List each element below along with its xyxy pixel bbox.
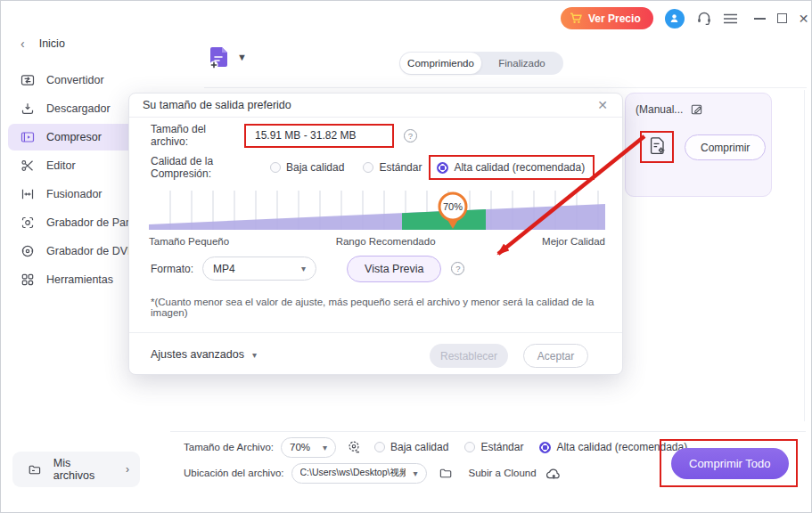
radio-alta-calidad[interactable]: Alta calidad (recomendada)	[437, 161, 585, 174]
compressor-video-icon	[21, 130, 35, 144]
slider-left-label: Tamaño Pequeño	[149, 236, 229, 247]
sidebar-item-label: Herramientas	[46, 273, 113, 286]
quality-slider: 70% Tamaño Pequeño Rango Recomendado Mej…	[149, 189, 605, 247]
slider-center-label: Rango Recomendado	[336, 236, 436, 247]
compress-file-button[interactable]: Comprimir	[685, 134, 766, 160]
download-icon	[21, 102, 35, 116]
slider-right-label: Mejor Calidad	[542, 236, 605, 247]
bottom-bar-divider	[170, 431, 806, 432]
support-headset-icon[interactable]	[696, 11, 712, 26]
preview-label: Vista Previa	[365, 263, 423, 275]
format-label: Formato:	[151, 263, 193, 275]
bottom-radio-estandar[interactable]: Estándar	[464, 441, 523, 453]
minimize-button[interactable]	[754, 18, 766, 20]
my-files-label: Mis archivos	[53, 457, 114, 482]
preview-button[interactable]: Vista Previa	[347, 256, 441, 282]
radio-estandar[interactable]: Estándar	[363, 161, 422, 174]
status-tabs: Comprimiendo Finalizado	[399, 52, 563, 75]
dialog-note: *(Cuanto menor sea el valor de ajuste, m…	[151, 297, 622, 318]
my-files-button[interactable]: Mis archivos ›	[12, 452, 140, 487]
upload-cloud-label[interactable]: Subir a Clound	[469, 468, 537, 478]
tools-grid-icon	[21, 273, 35, 287]
slider-labels: Tamaño Pequeño Rango Recomendado Mejor C…	[149, 236, 605, 247]
sidebar-item-label: Grabador de Pan...	[46, 216, 141, 229]
ver-precio-button[interactable]: Ver Precio	[561, 7, 653, 29]
help-icon[interactable]: ?	[451, 262, 464, 275]
dvd-disc-icon	[21, 244, 35, 258]
radio-icon	[270, 162, 281, 173]
user-avatar[interactable]	[665, 9, 685, 28]
maximize-button[interactable]	[777, 13, 787, 23]
advanced-label: Ajustes avanzados	[151, 348, 244, 361]
open-folder-icon[interactable]	[439, 467, 453, 480]
cart-icon	[570, 12, 582, 24]
format-value: MP4	[213, 263, 235, 275]
radio-label: Estándar	[379, 161, 422, 174]
tab-finalizado[interactable]: Finalizado	[481, 53, 562, 74]
add-file-button[interactable]: ▼	[207, 45, 247, 69]
reset-button[interactable]: Restablecer	[430, 344, 508, 368]
compress-all-label: Comprimir Todo	[689, 457, 771, 470]
merge-icon	[21, 187, 35, 201]
radio-baja-calidad[interactable]: Baja calidad	[270, 161, 344, 174]
dialog-close-icon[interactable]: ✕	[597, 98, 608, 112]
ver-precio-label: Ver Precio	[588, 12, 641, 25]
bottom-radio-alta-calidad[interactable]: Alta calidad (recomendada)	[539, 441, 687, 453]
sidebar-item-label: Compresor	[46, 131, 102, 143]
tab-comprimiendo[interactable]: Comprimiendo	[400, 53, 481, 74]
home-label: Inicio	[39, 37, 65, 50]
chevron-down-icon: ▾	[252, 350, 257, 360]
file-size-label: Tamaño del archivo:	[151, 123, 236, 148]
radio-icon	[374, 442, 385, 452]
folder-icon	[28, 463, 42, 476]
titlebar-cluster: Ver Precio ✕	[561, 7, 808, 29]
screen-record-icon	[21, 216, 35, 230]
cloud-upload-icon[interactable]	[545, 467, 562, 480]
toolbar-divider	[204, 87, 807, 88]
chevron-down-icon: ▾	[323, 443, 327, 452]
apply-to-all-gear-icon[interactable]	[347, 440, 362, 455]
size-value: 70%	[290, 442, 310, 452]
radio-icon	[464, 442, 475, 452]
radio-label: Estándar	[480, 441, 523, 453]
chevron-down-icon: ▾	[413, 468, 417, 478]
scrollbar-track[interactable]	[804, 90, 805, 421]
chevron-left-icon: ‹	[21, 37, 25, 51]
sidebar-back-home[interactable]: ‹ Inicio	[21, 37, 65, 51]
radio-selected-icon	[539, 442, 551, 453]
compress-all-button[interactable]: Comprimir Todo	[671, 448, 789, 479]
help-icon[interactable]: ?	[404, 129, 417, 142]
chevron-down-icon: ▼	[237, 52, 247, 62]
sidebar-item-label: Descargador	[46, 102, 111, 115]
bottom-radio-baja-calidad[interactable]: Baja calidad	[374, 441, 448, 453]
menu-hamburger-icon[interactable]	[724, 13, 737, 24]
slider-graphic[interactable]: 70%	[149, 189, 605, 232]
rename-edit-icon[interactable]	[690, 102, 703, 116]
file-name: (Manual...	[636, 103, 683, 116]
accept-button[interactable]: Aceptar	[523, 344, 588, 368]
location-select[interactable]: C:\Users\ws\Desktop\视频图片 ▾	[291, 463, 427, 484]
tab-label: Finalizado	[498, 58, 545, 69]
file-settings-gear-icon[interactable]	[647, 135, 668, 157]
format-select[interactable]: MP4 ▾	[202, 256, 316, 281]
app-window: Ver Precio ✕ ‹ Inicio	[0, 0, 812, 513]
window-close-button[interactable]: ✕	[799, 12, 809, 25]
tab-label: Comprimiendo	[407, 58, 474, 69]
accept-label: Aceptar	[537, 350, 574, 362]
dialog-header: Su tamaño de salida preferido ✕	[129, 94, 622, 118]
location-label: Ubicación del archivo:	[184, 468, 284, 478]
radio-selected-icon	[437, 162, 448, 174]
sidebar-item-label: Grabador de DVD	[46, 245, 135, 257]
radio-label: Baja calidad	[286, 161, 344, 174]
file-size-value[interactable]: 15.91 MB - 31.82 MB	[244, 124, 394, 148]
size-label: Tamaño de Archivo:	[184, 442, 274, 452]
reset-label: Restablecer	[440, 350, 497, 362]
size-select[interactable]: 70% ▾	[281, 437, 336, 458]
sidebar-item-convertidor[interactable]: Convertidor	[8, 67, 149, 94]
advanced-settings-toggle[interactable]: Ajustes avanzados ▾	[151, 348, 257, 361]
radio-label: Alta calidad (recomendada)	[556, 441, 687, 453]
quality-label: Calidad de la Compresión:	[151, 155, 267, 180]
radio-icon	[363, 162, 373, 173]
sidebar-item-label: Fusionador	[46, 188, 103, 200]
person-icon	[668, 12, 680, 24]
